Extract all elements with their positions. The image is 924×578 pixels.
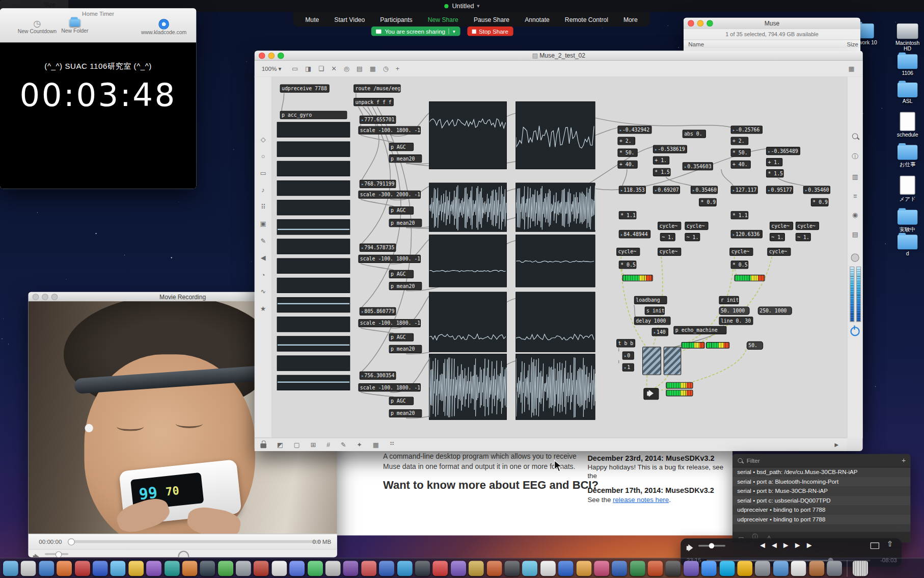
minimize-button[interactable] bbox=[268, 52, 275, 59]
dock-app-icon[interactable] bbox=[701, 561, 717, 576]
comment-bubble-icon[interactable]: ▢ bbox=[294, 441, 300, 449]
max-level-meter[interactable] bbox=[734, 275, 765, 281]
volume-knob[interactable] bbox=[709, 543, 714, 548]
max-message[interactable]: 250. 1000 bbox=[758, 307, 792, 315]
play-icon[interactable]: ► bbox=[833, 441, 840, 448]
max-object[interactable]: ~ 1. bbox=[660, 233, 675, 241]
scope-display[interactable] bbox=[277, 317, 350, 332]
max-number-box[interactable]: 0.95177 bbox=[766, 186, 793, 194]
max-object[interactable]: * 1.1 bbox=[731, 211, 749, 219]
desktop-icon-folder[interactable]: 1106 bbox=[891, 54, 924, 76]
add-grid-icon[interactable]: ⊞ bbox=[310, 441, 316, 449]
max-console-window[interactable]: Filter + serial • bsd_path: /dev/cu.Muse… bbox=[732, 454, 910, 543]
max-gain-slider[interactable] bbox=[642, 347, 661, 375]
max-object[interactable]: line 0. 30 bbox=[719, 317, 753, 325]
dock-app-icon[interactable] bbox=[236, 561, 251, 576]
max-number-box[interactable]: 0.354603 bbox=[683, 162, 713, 170]
desktop-icon-folder[interactable]: d bbox=[891, 234, 924, 256]
max-object[interactable]: * 1.5 bbox=[653, 168, 671, 176]
max-object[interactable]: abs 0. bbox=[683, 130, 706, 138]
max-number-box[interactable]: 1 bbox=[622, 363, 634, 372]
max-object[interactable]: p mean20 bbox=[389, 409, 422, 417]
zoom-toolbar-start-video[interactable]: Start Video bbox=[334, 16, 365, 23]
chevron-down-icon[interactable]: ▾ bbox=[453, 29, 455, 34]
dock-app-icon[interactable] bbox=[397, 561, 412, 576]
speaker-icon[interactable] bbox=[33, 556, 36, 557]
dock-app-icon[interactable] bbox=[200, 561, 215, 576]
patcher-canvas[interactable]: udpreceive 7788route /muse/eegunpack f f… bbox=[272, 76, 847, 438]
dock-app-icon[interactable] bbox=[504, 561, 520, 576]
max-number-box[interactable]: -0.25766 bbox=[731, 125, 763, 134]
dock-app-icon[interactable] bbox=[3, 561, 18, 576]
dock-app-icon[interactable] bbox=[558, 561, 574, 576]
dock-app-icon[interactable] bbox=[469, 561, 484, 576]
max-number-box[interactable]: 794.578735 bbox=[360, 244, 396, 252]
info-icon[interactable]: ⓘ bbox=[852, 152, 858, 161]
dock-app-icon[interactable] bbox=[182, 561, 197, 576]
dock-app-icon[interactable] bbox=[343, 561, 359, 576]
max-object[interactable]: r init bbox=[719, 296, 739, 304]
max-object[interactable]: * 0.9 bbox=[811, 198, 829, 206]
patcher-titlebar[interactable]: ▤ Muse_2_test_02 bbox=[255, 50, 863, 61]
grid-icon[interactable]: ▦ bbox=[370, 65, 376, 72]
max-object[interactable]: scale -100. 1800. -1. 1. bbox=[358, 319, 421, 327]
max-number-box[interactable]: 777.655701 bbox=[360, 116, 396, 124]
window-controls[interactable] bbox=[33, 294, 58, 300]
comment-icon[interactable]: ❏ bbox=[318, 65, 324, 72]
minimize-button[interactable] bbox=[42, 294, 48, 300]
filter-field[interactable]: Filter bbox=[747, 457, 760, 464]
dock-app-icon[interactable] bbox=[594, 561, 609, 576]
forward-button[interactable]: ►► bbox=[794, 540, 817, 550]
midi-icon[interactable]: ♪ bbox=[261, 187, 264, 194]
max-number-box[interactable]: -0.538619 bbox=[653, 145, 687, 153]
column-header-name[interactable]: Name bbox=[688, 41, 704, 48]
dots-icon[interactable]: ⠛ bbox=[390, 441, 394, 449]
max-object[interactable]: + 1. bbox=[766, 158, 782, 166]
stop-share-button[interactable]: Stop Share bbox=[467, 27, 513, 36]
max-object[interactable]: + 40. bbox=[731, 161, 751, 169]
release-notes-link[interactable]: release notes here bbox=[613, 496, 669, 503]
max-object[interactable]: p mean20 bbox=[389, 219, 422, 227]
dock-app-icon[interactable] bbox=[773, 561, 789, 576]
dock-app-icon[interactable] bbox=[57, 561, 72, 576]
favorites-icon[interactable]: ★ bbox=[260, 305, 266, 312]
max-object[interactable]: p AGC bbox=[389, 333, 414, 341]
max-number-box[interactable]: 0.69207 bbox=[653, 186, 680, 194]
max-number-box[interactable]: 84.48944 bbox=[619, 230, 650, 238]
max-message[interactable]: 50. bbox=[747, 341, 763, 350]
max-object[interactable]: + 2. bbox=[617, 137, 635, 145]
max-level-meter[interactable] bbox=[666, 382, 693, 389]
max-object[interactable]: cycle~ bbox=[658, 222, 681, 230]
search-icon[interactable] bbox=[852, 133, 858, 140]
max-object[interactable]: p mean20 bbox=[389, 345, 422, 353]
max-object[interactable]: p AGC bbox=[389, 270, 414, 278]
max-level-meter[interactable] bbox=[681, 342, 704, 349]
max-object[interactable]: t b b bbox=[616, 339, 635, 347]
list-icon[interactable]: ≡ bbox=[853, 192, 857, 199]
share-icon[interactable]: ⇧ bbox=[887, 540, 893, 548]
scope-display[interactable] bbox=[429, 183, 507, 232]
tools-icon[interactable]: ✦ bbox=[357, 441, 362, 449]
max-object[interactable]: cycle~ bbox=[729, 248, 753, 256]
dock-app-icon[interactable] bbox=[111, 561, 126, 576]
max-object[interactable]: p AGC bbox=[389, 206, 414, 215]
signal-icon[interactable]: ∿ bbox=[260, 288, 266, 296]
max-number-box[interactable]: 0 bbox=[622, 352, 634, 360]
max-object[interactable]: * 1.1 bbox=[619, 211, 637, 219]
max-object[interactable]: cycle~ bbox=[685, 222, 708, 230]
clock-icon[interactable]: ◷ bbox=[383, 65, 389, 72]
max-object[interactable]: cycle~ bbox=[658, 248, 681, 256]
zoom-level-control[interactable]: 100% ▾ bbox=[262, 65, 282, 72]
website-link[interactable]: www.kladcode.com bbox=[138, 19, 191, 35]
display-mirror-icon[interactable] bbox=[871, 542, 879, 549]
scope-display[interactable] bbox=[429, 354, 507, 420]
max-number-box[interactable]: -0.365489 bbox=[766, 147, 800, 155]
max-object[interactable]: loadbang bbox=[634, 296, 667, 304]
edit-icon[interactable]: ✎ bbox=[341, 441, 346, 449]
zoom-toolbar-pause-share[interactable]: Pause Share bbox=[474, 16, 509, 23]
mute-icon[interactable] bbox=[687, 546, 689, 550]
max-object[interactable]: p AGC bbox=[389, 143, 414, 151]
window-controls[interactable] bbox=[688, 20, 713, 27]
scrubber-knob[interactable] bbox=[68, 538, 75, 545]
new-folder-button[interactable]: New Folder bbox=[54, 19, 95, 34]
